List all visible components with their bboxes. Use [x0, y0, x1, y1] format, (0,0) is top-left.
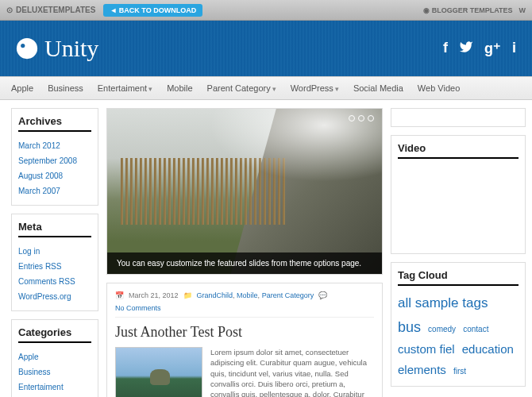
deluxe-logo[interactable]: ⊙ DELUXETEMPLATES [6, 6, 95, 14]
post-excerpt: Lorem ipsum dolor sit amet, consectetuer… [210, 347, 374, 397]
archives-item[interactable]: September 2008 [18, 153, 91, 168]
googleplus-icon[interactable]: g⁺ [484, 40, 501, 58]
meta-item[interactable]: Log in [18, 244, 91, 259]
archives-item[interactable]: August 2008 [18, 168, 91, 183]
svg-point-1 [21, 44, 25, 48]
tag-link[interactable]: education [462, 342, 514, 356]
blogger-icon: ◉ [423, 6, 430, 14]
post-category-link[interactable]: Parent Category [262, 291, 314, 299]
post-date: March 21, 2012 [129, 291, 179, 299]
deluxe-brand-text: DELUXETEMPLATES [16, 6, 95, 14]
tagcloud-title: Tag Cloud [398, 269, 519, 286]
categories-item[interactable]: Entertaiment [18, 380, 91, 395]
post-thumbnail[interactable] [115, 347, 202, 397]
categories-item[interactable]: Business [18, 364, 91, 380]
tag-link[interactable]: elements [398, 363, 446, 376]
facebook-icon[interactable]: f [443, 40, 448, 58]
tag-link[interactable]: all sample tags [398, 295, 488, 310]
categories-title: Categories [18, 326, 91, 343]
back-to-download-button[interactable]: ◄ BACK TO DOWNLOAD [103, 4, 202, 17]
archives-item[interactable]: March 2012 [18, 138, 91, 153]
site-logo[interactable]: Unity [16, 35, 98, 62]
twitter-icon[interactable] [459, 40, 473, 58]
nav-web-video[interactable]: Web Video [418, 83, 460, 93]
folder-icon: 📁 [183, 291, 192, 299]
tagcloud-widget: Tag Cloud all sample tags bus comedy con… [391, 262, 526, 387]
post-comments-link[interactable]: No Comments [115, 304, 161, 312]
meta-item[interactable]: Entries RSS [18, 259, 91, 274]
nav-social-media[interactable]: Social Media [353, 83, 403, 93]
video-title: Video [398, 142, 519, 159]
meta-item[interactable]: WordPress.org [18, 289, 91, 304]
blogger-templates-link[interactable]: ◉ BLOGGER TEMPLATES [423, 6, 512, 14]
social-icons: f g⁺ i [443, 40, 516, 58]
nav-entertaiment[interactable]: Entertaiment [98, 83, 152, 93]
meta-item[interactable]: Comments RSS [18, 274, 91, 289]
meta-title: Meta [18, 221, 91, 237]
svg-point-0 [17, 38, 37, 59]
nav-parent-category[interactable]: Parent Category [207, 83, 276, 93]
main-nav: AppleBusinessEntertaimentMobileParent Ca… [0, 76, 532, 100]
meta-widget: Meta Log inEntries RSSComments RSSWordPr… [11, 214, 98, 311]
archives-title: Archives [18, 115, 91, 132]
top-bar: ⊙ DELUXETEMPLATES ◄ BACK TO DOWNLOAD ◉ B… [0, 0, 532, 21]
tag-link[interactable]: comedy [428, 325, 456, 333]
tag-link[interactable]: first [453, 367, 466, 376]
nav-mobile[interactable]: Mobile [167, 83, 192, 93]
video-widget: Video [391, 135, 526, 254]
tag-link[interactable]: bus [398, 319, 421, 335]
post-title[interactable]: Just Another Test Post [115, 324, 374, 341]
wordpress-link[interactable]: W [519, 6, 526, 14]
post-category-link[interactable]: Mobile [237, 291, 258, 299]
info-icon[interactable]: i [512, 40, 516, 58]
nav-wordpress[interactable]: WordPress [291, 83, 339, 93]
categories-widget: Categories AppleBusinessEntertaimentGran… [11, 319, 98, 397]
slider-caption: You can easy customize the featured slid… [107, 252, 382, 274]
search-input[interactable] [391, 108, 526, 127]
post-card: 📅 March 21, 2012 📁 GrandChild, Mobile, P… [106, 283, 383, 397]
comment-icon: 💬 [318, 291, 327, 299]
nav-apple[interactable]: Apple [11, 83, 33, 93]
site-title: Unity [44, 35, 98, 62]
post-category-link[interactable]: GrandChild [197, 291, 233, 299]
unity-logo-icon [16, 37, 38, 60]
tag-link[interactable]: contact [463, 325, 488, 333]
tag-link[interactable]: custom fiel [398, 342, 455, 356]
calendar-icon: 📅 [115, 291, 124, 299]
slider-dots[interactable] [349, 115, 374, 121]
site-header: Unity f g⁺ i [0, 21, 532, 76]
categories-item[interactable]: Apple [18, 349, 91, 364]
featured-slider[interactable]: You can easy customize the featured slid… [106, 108, 383, 275]
nav-business[interactable]: Business [48, 83, 83, 93]
archives-widget: Archives March 2012September 2008August … [11, 108, 98, 206]
deluxe-icon: ⊙ [6, 6, 13, 14]
post-meta: 📅 March 21, 2012 📁 GrandChild, Mobile, P… [115, 291, 374, 318]
archives-item[interactable]: March 2007 [18, 183, 91, 198]
